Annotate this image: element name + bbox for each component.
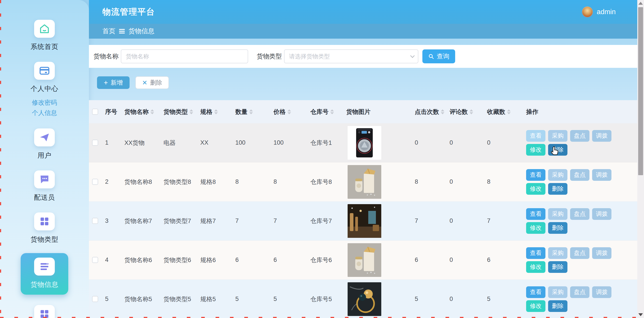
scroll-up-icon[interactable]: [638, 2, 643, 5]
sort-caret-icon[interactable]: [441, 109, 444, 114]
column-header-label[interactable]: 价格: [274, 108, 286, 116]
sort-caret-icon[interactable]: [330, 109, 334, 114]
column-header: 序号: [100, 108, 120, 116]
row-delete-button[interactable]: 删除: [548, 300, 568, 312]
sort-caret-icon[interactable]: [249, 109, 253, 114]
breadcrumb-home[interactable]: 首页: [102, 27, 116, 36]
select-all-cell: [89, 109, 100, 115]
gift-box-image[interactable]: [348, 243, 381, 277]
transfer-button[interactable]: 调拨: [592, 286, 612, 298]
sidebar-item-label: 配送员: [34, 193, 55, 202]
cell-clicks: 0: [410, 139, 445, 146]
cargo-type-select[interactable]: 请选择货物类型: [284, 50, 418, 63]
view-button[interactable]: 查看: [526, 247, 546, 259]
close-icon: ✕: [142, 79, 147, 86]
inventory-button[interactable]: 盘点: [570, 286, 590, 298]
sort-caret-icon[interactable]: [190, 109, 193, 114]
column-header-label[interactable]: 点击次数: [415, 108, 439, 116]
sidebar-item-cargo-type[interactable]: 货物类型: [30, 212, 58, 244]
cell-favorites-value: 7: [487, 218, 490, 224]
sidebar-item-home[interactable]: 系统首页: [30, 20, 58, 52]
sidebar-item-personal[interactable]: 个人中心修改密码个人信息: [30, 62, 58, 118]
inventory-button[interactable]: 盘点: [570, 130, 590, 142]
column-header-label[interactable]: 收藏数: [487, 108, 505, 116]
row-delete-button[interactable]: 删除: [548, 183, 568, 195]
purchase-button[interactable]: 采购: [548, 247, 568, 259]
column-header: 价格: [269, 108, 306, 116]
cell-qty-value: 5: [235, 296, 239, 302]
cargo-name-label: 货物名称: [94, 52, 118, 61]
column-header-label[interactable]: 货物类型: [164, 108, 188, 116]
inventory-button[interactable]: 盘点: [570, 247, 590, 259]
transfer-button[interactable]: 调拨: [592, 208, 612, 220]
edit-button[interactable]: 修改: [526, 222, 546, 234]
row-delete-button[interactable]: 删除: [548, 222, 568, 234]
cell-spec: 规格6: [196, 256, 231, 264]
purchase-button[interactable]: 采购: [548, 169, 568, 181]
column-header-label[interactable]: 数量: [235, 108, 248, 116]
select-all-checkbox[interactable]: [92, 109, 98, 115]
sidebar-item-cargo-order[interactable]: 货物订单: [30, 305, 58, 318]
cargo-name-input[interactable]: [121, 50, 248, 63]
cell-spec-value: 规格6: [200, 256, 216, 264]
row-checkbox[interactable]: [92, 218, 98, 224]
column-header-label[interactable]: 仓库号: [310, 108, 328, 116]
inventory-button[interactable]: 盘点: [570, 208, 590, 220]
shop-interior-image[interactable]: [348, 204, 381, 238]
column-header-label[interactable]: 货物名称: [124, 108, 149, 116]
sort-caret-icon[interactable]: [288, 109, 291, 114]
column-header: 数量: [231, 108, 269, 116]
avatar[interactable]: [582, 6, 593, 17]
purchase-button[interactable]: 采购: [548, 208, 568, 220]
row-checkbox[interactable]: [92, 140, 98, 146]
transfer-button[interactable]: 调拨: [592, 130, 612, 142]
sort-caret-icon[interactable]: [214, 109, 218, 114]
sort-caret-icon[interactable]: [470, 109, 473, 114]
scrollbar-thumb[interactable]: [638, 7, 643, 175]
inventory-button[interactable]: 盘点: [570, 169, 590, 181]
edit-button[interactable]: 修改: [526, 261, 546, 273]
cell-actions: 查看采购盘点调拨修改删除: [522, 247, 637, 273]
transfer-button[interactable]: 调拨: [592, 169, 612, 181]
washing-machine-image[interactable]: [348, 126, 381, 160]
row-checkbox[interactable]: [92, 257, 98, 263]
row-checkbox[interactable]: [92, 296, 98, 302]
sidebar-item-users[interactable]: 用户: [34, 128, 55, 160]
row-delete-button[interactable]: 删除: [548, 144, 568, 156]
pearl-ring-image[interactable]: [348, 282, 381, 316]
edit-button[interactable]: 修改: [526, 300, 546, 312]
user-menu[interactable]: admin: [582, 6, 616, 17]
purchase-button[interactable]: 采购: [548, 130, 568, 142]
send-icon: [34, 128, 55, 146]
scroll-down-icon[interactable]: [638, 313, 643, 316]
vertical-scrollbar[interactable]: [637, 0, 644, 318]
row-actions: 查看采购盘点调拨修改删除: [526, 286, 612, 312]
add-button[interactable]: + 新增: [97, 76, 130, 89]
view-button[interactable]: 查看: [526, 208, 546, 220]
cell-comments-value: 0: [450, 139, 453, 146]
view-button[interactable]: 查看: [526, 286, 546, 298]
row-delete-button[interactable]: 删除: [548, 261, 568, 273]
sort-caret-icon[interactable]: [150, 109, 154, 114]
delete-button[interactable]: ✕ 删除: [136, 76, 169, 89]
edit-button[interactable]: 修改: [526, 144, 546, 156]
sidebar-item-courier[interactable]: 配送员: [34, 170, 55, 202]
transfer-button[interactable]: 调拨: [592, 247, 612, 259]
cell-seq-value: 4: [105, 256, 108, 264]
sidebar-sublink-1[interactable]: 个人信息: [32, 108, 57, 118]
cell-image: [342, 243, 410, 277]
column-header-label[interactable]: 规格: [200, 108, 212, 116]
column-header-label[interactable]: 评论数: [450, 108, 468, 116]
purchase-button[interactable]: 采购: [548, 286, 568, 298]
view-button[interactable]: 查看: [526, 130, 546, 142]
cell-clicks-value: 0: [415, 139, 418, 146]
cell-qty: 5: [231, 296, 269, 302]
query-button[interactable]: 查询: [422, 50, 455, 63]
gift-box-image[interactable]: [348, 165, 381, 199]
view-button[interactable]: 查看: [526, 169, 546, 181]
row-checkbox[interactable]: [92, 179, 98, 185]
edit-button[interactable]: 修改: [526, 183, 546, 195]
sort-caret-icon[interactable]: [507, 109, 510, 114]
sidebar-item-cargo-info[interactable]: 货物信息: [21, 253, 68, 295]
sidebar-sublink-0[interactable]: 修改密码: [32, 98, 57, 108]
